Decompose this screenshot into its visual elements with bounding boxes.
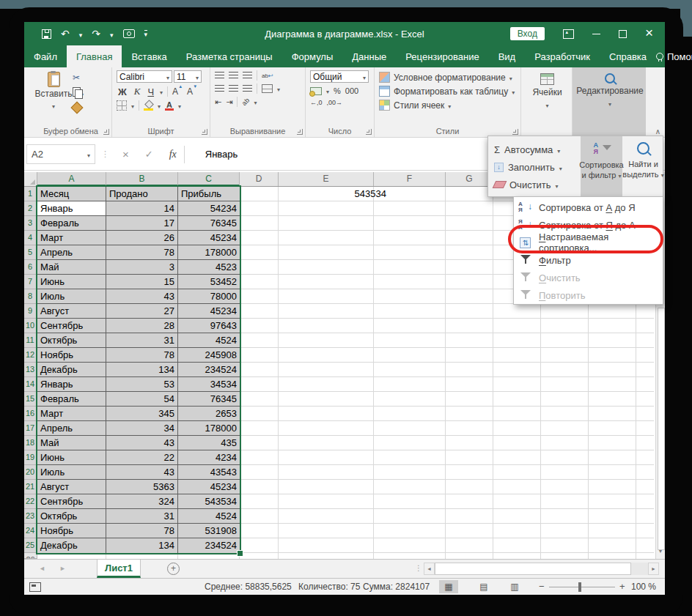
cell-A19[interactable]: Июнь xyxy=(37,450,106,465)
paste-dropdown-icon[interactable] xyxy=(52,100,55,111)
borders-icon[interactable] xyxy=(117,100,127,111)
cell-A24[interactable]: Ноябрь xyxy=(37,524,106,538)
find-select-button[interactable]: Найти и выделить xyxy=(622,136,664,196)
decrease-indent-icon[interactable] xyxy=(215,97,221,107)
column-header-A[interactable]: A xyxy=(37,172,106,186)
align-top-icon[interactable] xyxy=(215,72,224,79)
align-left-icon[interactable] xyxy=(215,85,224,92)
tab-разметка-страницы[interactable]: Разметка страницы xyxy=(177,45,282,67)
cell-A23[interactable]: Октябрь xyxy=(37,509,106,524)
cell-C23[interactable]: 4524 xyxy=(178,509,240,524)
borders-dropdown-icon[interactable] xyxy=(131,100,134,111)
cell-C24[interactable]: 531908 xyxy=(178,524,240,538)
new-sheet-icon[interactable]: + xyxy=(167,563,180,575)
vertical-scrollbar-thumb[interactable] xyxy=(658,308,665,550)
zoom-slider-track[interactable] xyxy=(549,587,615,587)
tab-вид[interactable]: Вид xyxy=(489,45,526,67)
underline-dropdown-icon[interactable] xyxy=(160,86,163,97)
paste-button[interactable]: Вставить xyxy=(34,70,73,125)
cell-C11[interactable]: 4524 xyxy=(178,333,240,348)
tab-формулы[interactable]: Формулы xyxy=(282,45,343,67)
column-header-D[interactable]: D xyxy=(240,172,279,186)
clear-button[interactable]: Очистить xyxy=(494,177,559,193)
column-header-B[interactable]: B xyxy=(106,172,178,186)
cell-C10[interactable]: 97643 xyxy=(178,319,240,333)
horizontal-scrollbar-track[interactable] xyxy=(435,563,648,575)
cell-C4[interactable]: 45234 xyxy=(178,231,240,245)
cell-B1[interactable]: Продано xyxy=(106,187,178,201)
cell-A15[interactable]: Февраль xyxy=(37,392,106,407)
orientation-icon[interactable]: ab xyxy=(240,97,251,107)
cell-C15[interactable]: 76345 xyxy=(178,392,240,407)
cancel-icon[interactable] xyxy=(122,148,129,160)
scroll-left-icon[interactable]: ◄ xyxy=(424,563,435,575)
cells-group-button[interactable]: Ячейки xyxy=(521,67,573,137)
redo-icon[interactable] xyxy=(92,27,100,40)
increase-indent-icon[interactable] xyxy=(226,97,232,107)
cell-B21[interactable]: 5363 xyxy=(106,480,178,494)
number-format-combo[interactable]: Общий xyxy=(310,70,369,83)
cell-B9[interactable]: 27 xyxy=(106,304,178,319)
fill-color-dropdown-icon[interactable] xyxy=(158,100,161,111)
cell-B2[interactable]: 14 xyxy=(106,201,178,216)
cell-B15[interactable]: 54 xyxy=(106,392,178,407)
camera-icon[interactable] xyxy=(123,29,135,38)
align-bottom-icon[interactable] xyxy=(243,72,252,79)
page-break-view-icon[interactable]: ▥ xyxy=(505,580,524,593)
sheet-tab-list1[interactable]: Лист1 xyxy=(97,560,141,578)
sort-filter-button[interactable]: Сортировка и фильтр xyxy=(581,136,622,196)
cell-C9[interactable]: 45234 xyxy=(178,304,240,319)
name-box-dropdown-icon[interactable] xyxy=(87,149,90,160)
save-icon[interactable] xyxy=(42,29,51,39)
italic-button[interactable]: К xyxy=(133,86,142,97)
ribbon-display-options-icon[interactable] xyxy=(563,29,574,39)
tab-главная[interactable]: Главная xyxy=(67,45,122,67)
font-dialog-launcher-icon[interactable] xyxy=(202,129,207,135)
tab-вставка[interactable]: Вставка xyxy=(122,45,176,67)
formula-input[interactable]: Январь xyxy=(205,149,238,160)
cell-B7[interactable]: 15 xyxy=(106,275,178,289)
horizontal-scrollbar-thumb[interactable] xyxy=(435,563,631,575)
tab-разработчик[interactable]: Разработчик xyxy=(525,45,600,67)
cell-C6[interactable]: 4523 xyxy=(178,260,240,275)
cell-A9[interactable]: Август xyxy=(37,304,106,319)
cell-C5[interactable]: 178000 xyxy=(178,245,240,260)
cell-A5[interactable]: Апрель xyxy=(37,245,106,260)
clipboard-dialog-launcher-icon[interactable] xyxy=(103,129,109,135)
sheet-prev-icon[interactable]: ◄ xyxy=(39,565,45,572)
tab-рецензирование[interactable]: Рецензирование xyxy=(396,45,488,67)
assistant-item[interactable]: Помощн xyxy=(656,51,692,62)
sign-in-button[interactable]: Вход xyxy=(510,27,545,40)
tab-справка[interactable]: Справка xyxy=(600,45,656,67)
accounting-format-icon[interactable] xyxy=(310,87,322,95)
merge-dropdown-icon[interactable] xyxy=(277,84,280,94)
cell-C17[interactable]: 178000 xyxy=(178,421,240,436)
cell-B14[interactable]: 53 xyxy=(106,377,178,392)
cell-A12[interactable]: Ноябрь xyxy=(37,348,106,363)
align-middle-icon[interactable] xyxy=(229,72,238,79)
cut-icon[interactable] xyxy=(73,73,84,83)
cell-B18[interactable]: 43 xyxy=(106,436,178,450)
cell-A1[interactable]: Месяц xyxy=(37,187,106,201)
cell-C18[interactable]: 435 xyxy=(178,436,240,450)
normal-view-icon[interactable]: ▦ xyxy=(439,580,458,593)
accounting-dropdown-icon[interactable] xyxy=(326,86,329,96)
styles-dialog-launcher-icon[interactable] xyxy=(512,129,518,135)
cell-A25[interactable]: Декабрь xyxy=(37,538,106,553)
cell-A20[interactable]: Июль xyxy=(37,465,106,480)
decrease-decimal-button[interactable]: ,00→ xyxy=(327,99,343,106)
enter-icon[interactable] xyxy=(145,149,153,160)
scroll-right-icon[interactable]: ► xyxy=(648,563,659,575)
format-painter-icon[interactable] xyxy=(71,102,84,114)
menu-item-filter-clear[interactable]: Очистить xyxy=(514,269,663,286)
cell-A14[interactable]: Январь xyxy=(37,377,106,392)
cell-mode-icon[interactable] xyxy=(29,582,41,592)
select-all-corner[interactable] xyxy=(24,172,37,187)
cell-B3[interactable]: 17 xyxy=(106,216,178,231)
grow-font-button[interactable]: А▲ xyxy=(172,86,183,97)
format-as-table-button[interactable]: Форматировать как таблицу xyxy=(379,84,518,98)
cell-C20[interactable]: 43543 xyxy=(178,465,240,480)
cell-A3[interactable]: Февраль xyxy=(37,216,106,231)
cell-B4[interactable]: 26 xyxy=(106,231,178,245)
underline-button[interactable]: Ч xyxy=(146,86,155,97)
